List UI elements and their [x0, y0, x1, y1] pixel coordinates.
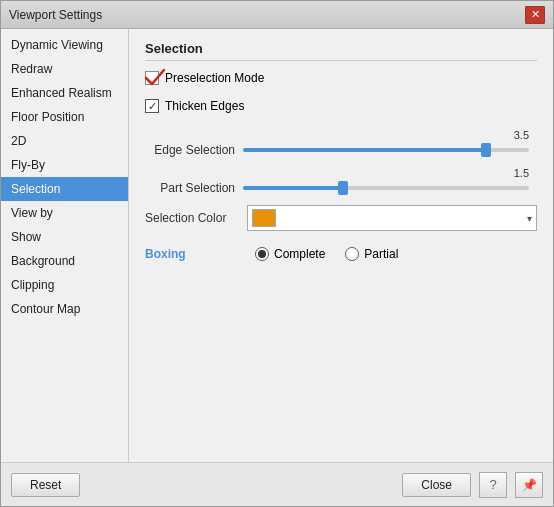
- preselection-row: Preselection Mode: [145, 71, 537, 85]
- selection-color-row: Selection Color ▾: [145, 205, 537, 231]
- thicken-edges-label: Thicken Edges: [165, 99, 244, 113]
- boxing-complete-radio[interactable]: [255, 247, 269, 261]
- boxing-complete-dot: [258, 250, 266, 258]
- sidebar-item-selection[interactable]: Selection: [1, 177, 128, 201]
- pin-button[interactable]: 📌: [515, 472, 543, 498]
- edge-selection-row: 3.5 Edge Selection: [145, 129, 537, 157]
- edge-selection-thumb[interactable]: [481, 143, 491, 157]
- reset-button[interactable]: Reset: [11, 473, 80, 497]
- color-swatch: [252, 209, 276, 227]
- boxing-complete-option[interactable]: Complete: [255, 247, 325, 261]
- edge-selection-label: Edge Selection: [145, 143, 235, 157]
- sidebar-item-dynamic-viewing[interactable]: Dynamic Viewing: [1, 33, 128, 57]
- part-selection-value: 1.5: [145, 167, 537, 179]
- pin-icon: 📌: [522, 478, 537, 492]
- boxing-partial-label: Partial: [364, 247, 398, 261]
- boxing-complete-label: Complete: [274, 247, 325, 261]
- edge-selection-slider[interactable]: [243, 148, 529, 152]
- sidebar-item-clipping[interactable]: Clipping: [1, 273, 128, 297]
- boxing-label: Boxing: [145, 247, 235, 261]
- help-button[interactable]: ?: [479, 472, 507, 498]
- edge-selection-value: 3.5: [145, 129, 537, 141]
- boxing-row: Boxing Complete Partial: [145, 247, 537, 261]
- content-area: Dynamic Viewing Redraw Enhanced Realism …: [1, 29, 553, 462]
- help-icon: ?: [489, 477, 496, 492]
- boxing-radio-group: Complete Partial: [255, 247, 398, 261]
- main-panel: Selection Preselection Mode ✓ Thicken Ed…: [129, 29, 553, 462]
- sidebar-item-redraw[interactable]: Redraw: [1, 57, 128, 81]
- sidebar-item-enhanced-realism[interactable]: Enhanced Realism: [1, 81, 128, 105]
- sidebar-item-floor-position[interactable]: Floor Position: [1, 105, 128, 129]
- selection-color-label: Selection Color: [145, 211, 235, 225]
- footer: Reset Close ? 📌: [1, 462, 553, 506]
- preselection-checkbox[interactable]: Preselection Mode: [145, 71, 264, 85]
- part-selection-row: 1.5 Part Selection: [145, 167, 537, 195]
- part-selection-thumb[interactable]: [338, 181, 348, 195]
- sidebar-item-2d[interactable]: 2D: [1, 129, 128, 153]
- dropdown-arrow-icon: ▾: [527, 213, 532, 224]
- boxing-partial-option[interactable]: Partial: [345, 247, 398, 261]
- sidebar-item-contour-map[interactable]: Contour Map: [1, 297, 128, 321]
- part-selection-slider[interactable]: [243, 186, 529, 190]
- thicken-edges-row: ✓ Thicken Edges: [145, 99, 537, 113]
- sidebar-item-background[interactable]: Background: [1, 249, 128, 273]
- preselection-label: Preselection Mode: [165, 71, 264, 85]
- part-selection-label: Part Selection: [145, 181, 235, 195]
- window-title: Viewport Settings: [9, 8, 102, 22]
- footer-right: Close ? 📌: [402, 472, 543, 498]
- close-button-footer[interactable]: Close: [402, 473, 471, 497]
- edge-selection-fill: [243, 148, 486, 152]
- viewport-settings-window: Viewport Settings ✕ Dynamic Viewing Redr…: [0, 0, 554, 507]
- selection-color-select[interactable]: ▾: [247, 205, 537, 231]
- footer-left: Reset: [11, 473, 80, 497]
- sidebar: Dynamic Viewing Redraw Enhanced Realism …: [1, 29, 129, 462]
- boxing-partial-radio[interactable]: [345, 247, 359, 261]
- checkmark-icon: [142, 64, 170, 90]
- sidebar-item-show[interactable]: Show: [1, 225, 128, 249]
- preselection-checkbox-box[interactable]: [145, 71, 159, 85]
- section-title: Selection: [145, 41, 537, 61]
- close-button[interactable]: ✕: [525, 6, 545, 24]
- sidebar-item-fly-by[interactable]: Fly-By: [1, 153, 128, 177]
- sidebar-item-view-by[interactable]: View by: [1, 201, 128, 225]
- thicken-edges-checkbox[interactable]: ✓: [145, 99, 159, 113]
- title-bar: Viewport Settings ✕: [1, 1, 553, 29]
- part-selection-fill: [243, 186, 343, 190]
